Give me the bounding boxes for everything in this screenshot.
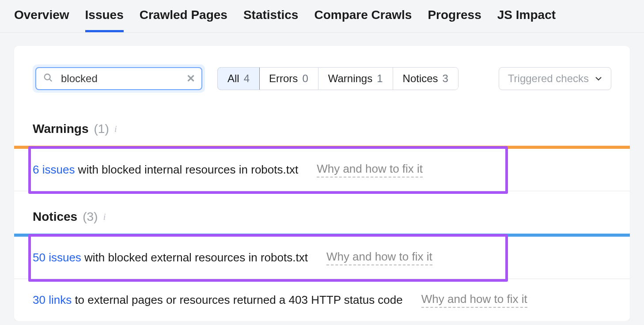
warnings-header: Warnings (1) i (14, 103, 630, 146)
svg-point-0 (45, 74, 50, 80)
issue-desc: with blocked internal resources in robot… (75, 163, 298, 176)
issue-row-notice-2[interactable]: 30 links to external pages or resources … (14, 279, 630, 321)
triggered-label: Triggered checks (508, 72, 589, 85)
filter-warnings-count: 1 (377, 72, 383, 85)
issue-text: 50 issues with blocked external resource… (33, 251, 308, 265)
chevron-down-icon (595, 75, 602, 82)
tab-crawled-pages[interactable]: Crawled Pages (140, 8, 227, 32)
notices-stripe (14, 234, 630, 237)
toolbar: ✕ All 4 Errors 0 Warnings 1 Notices 3 Tr… (14, 46, 630, 103)
search-wrapper: ✕ (33, 64, 205, 93)
filter-warnings-label: Warnings (328, 72, 372, 85)
notices-header: Notices (3) i (14, 191, 630, 234)
issue-row-warning-1[interactable]: 6 issues with blocked internal resources… (14, 149, 630, 191)
notices-count: (3) (83, 210, 98, 224)
search-icon (43, 73, 53, 84)
tab-progress[interactable]: Progress (428, 8, 481, 32)
issue-desc: with blocked external resources in robot… (81, 251, 308, 264)
fix-link[interactable]: Why and how to fix it (317, 162, 423, 178)
filter-errors-label: Errors (269, 72, 298, 85)
filter-errors-count: 0 (302, 72, 308, 85)
fix-link[interactable]: Why and how to fix it (421, 292, 527, 308)
issue-count-link[interactable]: 50 issues (33, 251, 81, 264)
notices-title: Notices (33, 210, 77, 224)
filter-all-count: 4 (244, 72, 250, 85)
warnings-count: (1) (94, 122, 109, 136)
warnings-stripe (14, 146, 630, 149)
issue-row-notice-1[interactable]: 50 issues with blocked external resource… (14, 237, 630, 279)
issue-count-link[interactable]: 6 issues (33, 163, 75, 176)
issue-text: 6 issues with blocked internal resources… (33, 163, 298, 177)
tab-issues[interactable]: Issues (85, 8, 124, 32)
info-icon[interactable]: i (114, 123, 117, 135)
issues-card: ✕ All 4 Errors 0 Warnings 1 Notices 3 Tr… (14, 46, 630, 321)
tab-compare-crawls[interactable]: Compare Crawls (314, 8, 412, 32)
tab-js-impact[interactable]: JS Impact (497, 8, 556, 32)
fix-link[interactable]: Why and how to fix it (326, 250, 432, 265)
tab-statistics[interactable]: Statistics (243, 8, 299, 32)
svg-line-1 (49, 79, 52, 82)
clear-search-icon[interactable]: ✕ (186, 72, 195, 85)
filter-notices-label: Notices (403, 72, 438, 85)
filter-errors[interactable]: Errors 0 (259, 68, 318, 90)
info-icon[interactable]: i (103, 211, 106, 223)
warnings-title: Warnings (33, 122, 89, 136)
filter-all-label: All (227, 72, 239, 85)
filter-warnings[interactable]: Warnings 1 (318, 68, 393, 90)
tab-nav: Overview Issues Crawled Pages Statistics… (0, 0, 644, 33)
issue-text: 30 links to external pages or resources … (33, 293, 403, 307)
filter-notices[interactable]: Notices 3 (393, 68, 458, 90)
filter-notices-count: 3 (443, 72, 448, 85)
issue-count-link[interactable]: 30 links (33, 293, 72, 306)
filter-segmented: All 4 Errors 0 Warnings 1 Notices 3 (217, 67, 458, 90)
issue-desc: to external pages or resources returned … (72, 293, 403, 306)
tab-overview[interactable]: Overview (14, 8, 69, 32)
triggered-checks-dropdown[interactable]: Triggered checks (499, 67, 611, 90)
search-input[interactable] (35, 67, 202, 90)
filter-all[interactable]: All 4 (217, 67, 260, 90)
